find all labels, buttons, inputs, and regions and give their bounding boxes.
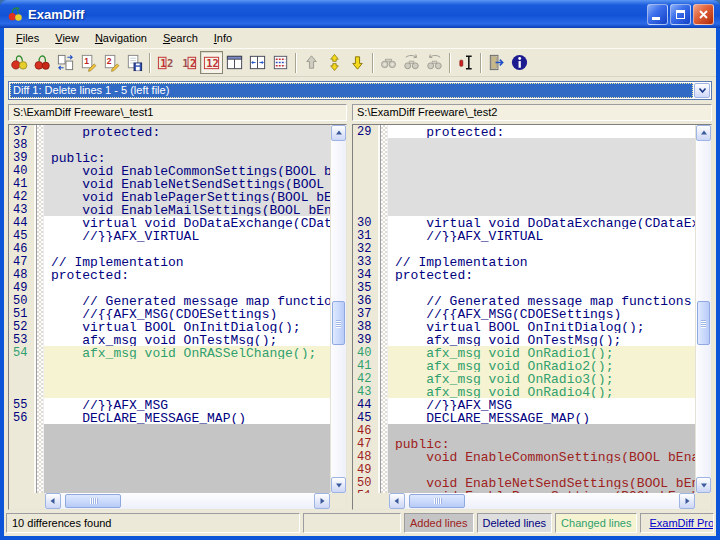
exit-icon (487, 53, 506, 72)
diff-selector-row: Diff 1: Delete lines 1 - 5 (left file) (4, 77, 716, 104)
svg-text:2: 2 (190, 57, 196, 69)
current-diff-button[interactable] (323, 51, 346, 74)
right-code-area[interactable]: protected: virtual void DoDataExchange(C… (388, 125, 695, 493)
left-vertical-scrollbar[interactable] (330, 125, 346, 493)
scroll-thumb[interactable] (65, 494, 121, 508)
right-file-path: S:\ExamDiff Freeware\_test2 (352, 104, 712, 121)
compare-files-button[interactable] (8, 51, 31, 74)
code-line: virtual BOOL OnInitDialog(); (388, 320, 695, 333)
edit-second-file-button[interactable]: 2 (100, 51, 123, 74)
menu-search[interactable]: Search (155, 30, 206, 47)
save-result-button[interactable] (123, 51, 146, 74)
maximize-button[interactable] (670, 4, 691, 25)
close-button[interactable] (693, 4, 714, 25)
left-code-area[interactable]: protected:public: void EnableCommonSetti… (44, 125, 330, 493)
scroll-up-button[interactable] (696, 125, 711, 141)
recompare-button[interactable] (31, 51, 54, 74)
line-number (9, 476, 36, 489)
window-title: ExamDiff (28, 7, 647, 22)
scroll-down-button[interactable] (331, 477, 346, 493)
right-vertical-scrollbar[interactable] (695, 125, 711, 493)
exit-button[interactable] (485, 51, 508, 74)
scroll-right-button[interactable] (679, 493, 695, 509)
scroll-thumb[interactable] (697, 301, 710, 345)
code-line (388, 203, 695, 216)
line-number: 46 (353, 424, 380, 437)
show-first-file-button[interactable]: 12 (154, 51, 177, 74)
find-icon (379, 53, 398, 72)
scroll-left-button[interactable] (389, 493, 405, 509)
legend: Added linesDeleted linesChanged lines (404, 513, 637, 533)
edit-first-file-button[interactable]: 1 (77, 51, 100, 74)
diff-selector-dropdown-button[interactable] (694, 83, 710, 98)
line-number: 48 (9, 268, 36, 281)
options-button[interactable] (454, 51, 477, 74)
show-both-files-icon: 12 (202, 53, 221, 72)
show-first-file-icon: 12 (156, 53, 175, 72)
code-line: //}}AFX_MSG (44, 398, 330, 411)
find-button (377, 51, 400, 74)
menu-view[interactable]: View (47, 30, 87, 47)
code-line: // Generated message map functions (388, 294, 695, 307)
split-view-button[interactable] (223, 51, 246, 74)
line-number: 45 (9, 229, 36, 242)
line-number: 52 (9, 320, 36, 333)
scroll-track[interactable] (696, 141, 711, 477)
compare-files-icon (10, 53, 29, 72)
toolbar-separator (372, 53, 373, 73)
menu-info[interactable]: Info (206, 30, 240, 47)
maximize-icon (676, 10, 685, 19)
arrow-right-icon (683, 497, 691, 505)
examdiff-pro-link[interactable]: ExamDiff Pro (649, 514, 714, 532)
code-line: afx_msg void OnRadio4(); (388, 385, 695, 398)
swap-panes-button[interactable] (54, 51, 77, 74)
code-line: protected: (388, 125, 695, 138)
line-number (9, 359, 36, 372)
svg-text:1: 1 (84, 56, 89, 66)
code-line (44, 463, 330, 476)
right-horizontal-scrollbar[interactable] (389, 493, 695, 509)
status-spacer (303, 513, 401, 533)
line-number: 38 (353, 320, 380, 333)
auto-fit-panes-button[interactable] (246, 51, 269, 74)
menu-navigation[interactable]: Navigation (87, 30, 155, 47)
show-both-files-button[interactable]: 12 (200, 51, 223, 74)
scroll-track[interactable] (331, 141, 346, 477)
scroll-thumb[interactable] (409, 494, 465, 508)
menu-files[interactable]: Files (8, 30, 47, 47)
diff-options-button[interactable] (269, 51, 292, 74)
code-line: protected: (44, 268, 330, 281)
line-number (353, 203, 380, 216)
left-horizontal-scrollbar[interactable] (45, 493, 330, 509)
line-number: 30 (353, 216, 380, 229)
show-second-file-button[interactable]: 12 (177, 51, 200, 74)
right-margin-strip (381, 125, 388, 493)
line-number (9, 463, 36, 476)
scroll-track[interactable] (405, 493, 679, 509)
legend-deleted-lines: Deleted lines (477, 513, 553, 533)
scroll-track[interactable] (61, 493, 314, 509)
minimize-icon (652, 17, 660, 20)
code-line: public: (44, 151, 330, 164)
show-second-file-icon: 12 (179, 53, 198, 72)
line-number (353, 151, 380, 164)
title-bar[interactable]: ExamDiff (0, 0, 720, 28)
line-number (9, 437, 36, 450)
diff-selector[interactable]: Diff 1: Delete lines 1 - 5 (left file) (8, 81, 712, 100)
code-line: afx_msg void OnRadio3(); (388, 372, 695, 385)
previous-diff-icon (302, 53, 321, 72)
next-diff-button[interactable] (346, 51, 369, 74)
scrollbar-corner (330, 493, 346, 509)
status-bar: 10 differences found Added linesDeleted … (4, 510, 716, 536)
scroll-left-button[interactable] (45, 493, 61, 509)
minimize-button[interactable] (647, 4, 668, 25)
scroll-thumb[interactable] (332, 301, 345, 345)
line-number: 32 (353, 242, 380, 255)
scroll-right-button[interactable] (314, 493, 330, 509)
code-line (44, 437, 330, 450)
code-line (388, 177, 695, 190)
about-button[interactable] (508, 51, 531, 74)
scroll-down-button[interactable] (696, 477, 711, 493)
code-line: protected: (388, 268, 695, 281)
scroll-up-button[interactable] (331, 125, 346, 141)
